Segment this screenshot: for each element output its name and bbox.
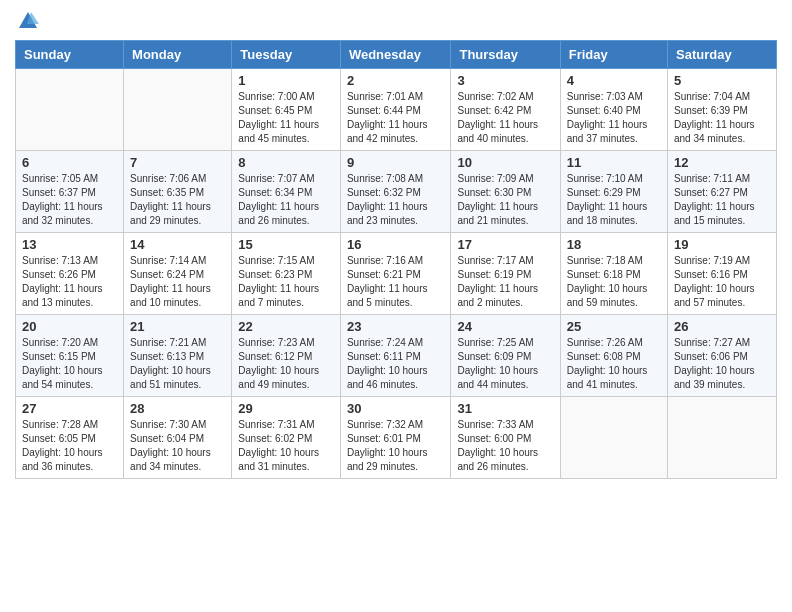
day-info: Sunrise: 7:09 AMSunset: 6:30 PMDaylight:… [457, 172, 553, 228]
day-info: Sunrise: 7:31 AMSunset: 6:02 PMDaylight:… [238, 418, 334, 474]
day-number: 7 [130, 155, 225, 170]
calendar-cell: 28Sunrise: 7:30 AMSunset: 6:04 PMDayligh… [124, 397, 232, 479]
logo [15, 10, 39, 32]
day-number: 11 [567, 155, 661, 170]
calendar-week-3: 13Sunrise: 7:13 AMSunset: 6:26 PMDayligh… [16, 233, 777, 315]
day-number: 16 [347, 237, 445, 252]
logo-icon [17, 10, 39, 32]
calendar-cell: 16Sunrise: 7:16 AMSunset: 6:21 PMDayligh… [340, 233, 451, 315]
day-info: Sunrise: 7:01 AMSunset: 6:44 PMDaylight:… [347, 90, 445, 146]
day-info: Sunrise: 7:20 AMSunset: 6:15 PMDaylight:… [22, 336, 117, 392]
day-number: 1 [238, 73, 334, 88]
calendar-cell: 29Sunrise: 7:31 AMSunset: 6:02 PMDayligh… [232, 397, 341, 479]
calendar-cell: 24Sunrise: 7:25 AMSunset: 6:09 PMDayligh… [451, 315, 560, 397]
day-number: 26 [674, 319, 770, 334]
day-info: Sunrise: 7:32 AMSunset: 6:01 PMDaylight:… [347, 418, 445, 474]
calendar-cell [124, 69, 232, 151]
day-header-sunday: Sunday [16, 41, 124, 69]
calendar-table: SundayMondayTuesdayWednesdayThursdayFrid… [15, 40, 777, 479]
calendar-cell: 7Sunrise: 7:06 AMSunset: 6:35 PMDaylight… [124, 151, 232, 233]
calendar-cell: 27Sunrise: 7:28 AMSunset: 6:05 PMDayligh… [16, 397, 124, 479]
day-info: Sunrise: 7:02 AMSunset: 6:42 PMDaylight:… [457, 90, 553, 146]
day-header-monday: Monday [124, 41, 232, 69]
day-info: Sunrise: 7:30 AMSunset: 6:04 PMDaylight:… [130, 418, 225, 474]
calendar-cell: 26Sunrise: 7:27 AMSunset: 6:06 PMDayligh… [668, 315, 777, 397]
day-info: Sunrise: 7:05 AMSunset: 6:37 PMDaylight:… [22, 172, 117, 228]
calendar-week-1: 1Sunrise: 7:00 AMSunset: 6:45 PMDaylight… [16, 69, 777, 151]
day-number: 14 [130, 237, 225, 252]
calendar-week-2: 6Sunrise: 7:05 AMSunset: 6:37 PMDaylight… [16, 151, 777, 233]
day-number: 8 [238, 155, 334, 170]
calendar-cell: 18Sunrise: 7:18 AMSunset: 6:18 PMDayligh… [560, 233, 667, 315]
day-info: Sunrise: 7:28 AMSunset: 6:05 PMDaylight:… [22, 418, 117, 474]
day-header-saturday: Saturday [668, 41, 777, 69]
day-info: Sunrise: 7:15 AMSunset: 6:23 PMDaylight:… [238, 254, 334, 310]
day-info: Sunrise: 7:00 AMSunset: 6:45 PMDaylight:… [238, 90, 334, 146]
day-number: 23 [347, 319, 445, 334]
calendar-cell: 9Sunrise: 7:08 AMSunset: 6:32 PMDaylight… [340, 151, 451, 233]
day-header-wednesday: Wednesday [340, 41, 451, 69]
day-number: 5 [674, 73, 770, 88]
calendar-cell: 31Sunrise: 7:33 AMSunset: 6:00 PMDayligh… [451, 397, 560, 479]
day-info: Sunrise: 7:26 AMSunset: 6:08 PMDaylight:… [567, 336, 661, 392]
calendar-cell [560, 397, 667, 479]
calendar-cell: 15Sunrise: 7:15 AMSunset: 6:23 PMDayligh… [232, 233, 341, 315]
calendar-cell: 19Sunrise: 7:19 AMSunset: 6:16 PMDayligh… [668, 233, 777, 315]
day-number: 10 [457, 155, 553, 170]
day-number: 19 [674, 237, 770, 252]
day-info: Sunrise: 7:21 AMSunset: 6:13 PMDaylight:… [130, 336, 225, 392]
page: SundayMondayTuesdayWednesdayThursdayFrid… [0, 0, 792, 489]
calendar-week-4: 20Sunrise: 7:20 AMSunset: 6:15 PMDayligh… [16, 315, 777, 397]
day-number: 28 [130, 401, 225, 416]
day-info: Sunrise: 7:24 AMSunset: 6:11 PMDaylight:… [347, 336, 445, 392]
day-number: 6 [22, 155, 117, 170]
calendar-cell: 2Sunrise: 7:01 AMSunset: 6:44 PMDaylight… [340, 69, 451, 151]
day-number: 3 [457, 73, 553, 88]
day-number: 25 [567, 319, 661, 334]
day-number: 13 [22, 237, 117, 252]
calendar-cell: 21Sunrise: 7:21 AMSunset: 6:13 PMDayligh… [124, 315, 232, 397]
day-number: 27 [22, 401, 117, 416]
calendar-cell: 11Sunrise: 7:10 AMSunset: 6:29 PMDayligh… [560, 151, 667, 233]
calendar-cell: 10Sunrise: 7:09 AMSunset: 6:30 PMDayligh… [451, 151, 560, 233]
calendar-cell: 8Sunrise: 7:07 AMSunset: 6:34 PMDaylight… [232, 151, 341, 233]
calendar-cell: 25Sunrise: 7:26 AMSunset: 6:08 PMDayligh… [560, 315, 667, 397]
calendar-cell: 23Sunrise: 7:24 AMSunset: 6:11 PMDayligh… [340, 315, 451, 397]
day-number: 2 [347, 73, 445, 88]
day-info: Sunrise: 7:17 AMSunset: 6:19 PMDaylight:… [457, 254, 553, 310]
day-info: Sunrise: 7:14 AMSunset: 6:24 PMDaylight:… [130, 254, 225, 310]
calendar-header-row: SundayMondayTuesdayWednesdayThursdayFrid… [16, 41, 777, 69]
calendar-cell: 20Sunrise: 7:20 AMSunset: 6:15 PMDayligh… [16, 315, 124, 397]
day-info: Sunrise: 7:13 AMSunset: 6:26 PMDaylight:… [22, 254, 117, 310]
calendar-cell: 5Sunrise: 7:04 AMSunset: 6:39 PMDaylight… [668, 69, 777, 151]
day-info: Sunrise: 7:23 AMSunset: 6:12 PMDaylight:… [238, 336, 334, 392]
calendar-cell: 4Sunrise: 7:03 AMSunset: 6:40 PMDaylight… [560, 69, 667, 151]
calendar-cell: 13Sunrise: 7:13 AMSunset: 6:26 PMDayligh… [16, 233, 124, 315]
day-info: Sunrise: 7:18 AMSunset: 6:18 PMDaylight:… [567, 254, 661, 310]
day-number: 21 [130, 319, 225, 334]
day-number: 20 [22, 319, 117, 334]
day-number: 17 [457, 237, 553, 252]
calendar-cell: 22Sunrise: 7:23 AMSunset: 6:12 PMDayligh… [232, 315, 341, 397]
day-number: 18 [567, 237, 661, 252]
day-header-tuesday: Tuesday [232, 41, 341, 69]
day-info: Sunrise: 7:27 AMSunset: 6:06 PMDaylight:… [674, 336, 770, 392]
day-header-friday: Friday [560, 41, 667, 69]
day-info: Sunrise: 7:16 AMSunset: 6:21 PMDaylight:… [347, 254, 445, 310]
calendar-cell: 30Sunrise: 7:32 AMSunset: 6:01 PMDayligh… [340, 397, 451, 479]
day-info: Sunrise: 7:33 AMSunset: 6:00 PMDaylight:… [457, 418, 553, 474]
day-number: 30 [347, 401, 445, 416]
day-number: 29 [238, 401, 334, 416]
calendar-cell: 3Sunrise: 7:02 AMSunset: 6:42 PMDaylight… [451, 69, 560, 151]
calendar-cell: 1Sunrise: 7:00 AMSunset: 6:45 PMDaylight… [232, 69, 341, 151]
day-number: 15 [238, 237, 334, 252]
day-info: Sunrise: 7:06 AMSunset: 6:35 PMDaylight:… [130, 172, 225, 228]
day-number: 12 [674, 155, 770, 170]
day-info: Sunrise: 7:10 AMSunset: 6:29 PMDaylight:… [567, 172, 661, 228]
day-number: 24 [457, 319, 553, 334]
day-info: Sunrise: 7:03 AMSunset: 6:40 PMDaylight:… [567, 90, 661, 146]
header [15, 10, 777, 32]
calendar-cell: 12Sunrise: 7:11 AMSunset: 6:27 PMDayligh… [668, 151, 777, 233]
calendar-cell [16, 69, 124, 151]
day-number: 22 [238, 319, 334, 334]
